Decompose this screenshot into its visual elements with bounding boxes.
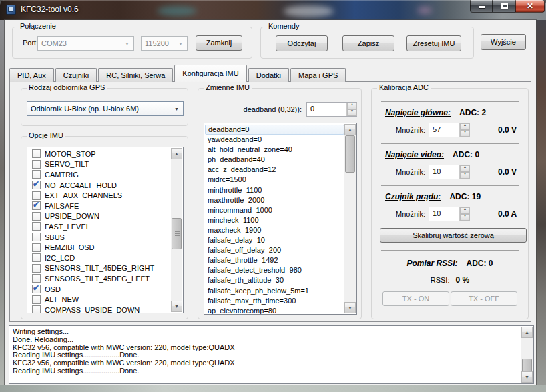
imu-var-item[interactable]: failsafe_detect_treshold=980 <box>205 265 344 275</box>
scroll-up-icon[interactable] <box>344 124 356 135</box>
imu-var-item[interactable]: failsafe_rth_altitude=30 <box>205 275 344 285</box>
checkbox-icon[interactable] <box>32 212 41 221</box>
imu-variables-scrollbar[interactable] <box>344 124 356 313</box>
adc-section: Czujnik prądu: ADC: 19 Mnożnik: 10 <box>380 185 520 221</box>
checkbox-icon[interactable] <box>32 191 41 200</box>
imu-option-row[interactable]: ALT_NEW <box>28 294 171 305</box>
imu-option-row[interactable]: NO_ACC4ALT_HOLD <box>28 180 171 191</box>
imu-option-row[interactable]: I2C_LCD <box>28 253 171 263</box>
rssi-value: 0 % <box>456 275 470 285</box>
scrollbar-thumb[interactable] <box>345 135 355 173</box>
imu-options-scrollbar[interactable] <box>171 148 182 312</box>
imu-option-label: UPSIDE_DOWN <box>45 212 99 220</box>
spin-down-icon[interactable] <box>460 172 470 179</box>
tab[interactable]: Czujniki <box>55 68 97 82</box>
log-output[interactable]: Writing settings... Done. Reloading... K… <box>9 325 534 384</box>
imu-var-item[interactable]: failsafe_keep_ph_below_5m=1 <box>205 286 344 296</box>
imu-var-item[interactable]: mincheck=1100 <box>205 215 344 225</box>
imu-option-row[interactable]: FAILSAFE <box>28 201 171 211</box>
tab[interactable]: Dodatki <box>248 68 289 82</box>
scroll-up-icon[interactable] <box>171 148 182 159</box>
checkbox-icon[interactable] <box>32 295 41 304</box>
imu-var-item[interactable]: maxcheck=1900 <box>205 225 344 235</box>
tab[interactable]: PID, Aux <box>9 68 54 82</box>
spin-down-icon[interactable] <box>460 214 470 221</box>
reset-imu-button[interactable]: Zresetuj IMU <box>406 35 461 51</box>
scroll-down-icon[interactable] <box>521 371 533 383</box>
tab[interactable]: RC, Silniki, Serwa <box>98 68 173 82</box>
scroll-down-icon[interactable] <box>344 302 356 313</box>
deadband-spinner[interactable]: 0 <box>306 102 357 117</box>
checkbox-icon[interactable] <box>32 274 41 283</box>
checkbox-icon[interactable] <box>32 253 41 262</box>
imu-option-row[interactable]: UPSIDE_DOWN <box>28 211 171 222</box>
log-line: Reading IMU settings..................Do… <box>13 367 520 375</box>
checkbox-icon[interactable] <box>32 233 41 241</box>
imu-option-row[interactable]: CAMTRIG <box>28 169 171 180</box>
imu-var-item[interactable]: deadband=0 <box>205 125 344 135</box>
checkbox-icon[interactable] <box>32 285 41 293</box>
imu-variables-list[interactable]: deadband=0 yawdeadband=0 alt_hold_neutra… <box>204 123 357 315</box>
imu-option-row[interactable]: REMZIBI_OSD <box>28 242 171 253</box>
spin-down-icon[interactable] <box>460 130 470 137</box>
disconnect-button[interactable]: Zamknij <box>196 35 242 51</box>
calibrate-zero-button[interactable]: Skalibruj wartość zerową <box>380 228 527 243</box>
imu-var-item[interactable]: alt_hold_neutral_zone=40 <box>205 145 344 155</box>
checkbox-icon[interactable] <box>32 305 41 313</box>
port-label: Port: <box>23 39 38 47</box>
scroll-down-icon[interactable] <box>171 301 182 312</box>
imu-var-item[interactable]: maxthrottle=2000 <box>205 195 344 205</box>
imu-option-row[interactable]: SENSORS_TILT_45DEG_RIGHT <box>28 263 171 274</box>
tab-page: Rodzaj odbiornika GPS Odbiornik U-Blox (… <box>9 81 531 322</box>
checkbox-icon[interactable] <box>32 264 41 273</box>
scrollbar-thumb[interactable] <box>522 359 532 372</box>
checkbox-icon[interactable] <box>32 149 41 158</box>
imu-var-item[interactable]: failsafe_off_delay=200 <box>205 245 344 255</box>
tab[interactable]: Konfiguracja IMU <box>174 65 246 82</box>
maximize-button[interactable] <box>493 0 515 13</box>
tab[interactable]: Mapa i GPS <box>290 68 346 82</box>
exit-button[interactable]: Wyjście <box>481 34 526 50</box>
minimize-button[interactable] <box>470 0 493 13</box>
imu-option-row[interactable]: MOTOR_STOP <box>28 149 171 159</box>
imu-var-item[interactable]: midrc=1500 <box>205 175 344 185</box>
imu-option-row[interactable]: SBUS <box>28 232 171 243</box>
checkbox-icon[interactable] <box>32 181 41 189</box>
titlebar[interactable]: KFC32-tool v0.6 ✕ <box>0 0 546 20</box>
read-button[interactable]: Odczytaj <box>276 35 328 51</box>
checkbox-icon[interactable] <box>32 201 41 210</box>
imu-var-item[interactable]: failsafe_max_rth_time=300 <box>205 296 344 306</box>
gps-receiver-combobox[interactable]: Odbiornik U-Blox (np. U-blox 6M) ▼ <box>27 101 184 116</box>
imu-var-item[interactable]: yawdeadband=0 <box>205 135 344 145</box>
checkbox-icon[interactable] <box>32 243 41 252</box>
imu-var-item[interactable]: acc_z_deadband=12 <box>205 165 344 175</box>
multiplier-spinner[interactable]: 10 <box>429 165 470 179</box>
imu-var-item[interactable]: ap_elevatorcomp=80 <box>205 306 344 315</box>
imu-option-row[interactable]: EXT_AUX_CHANNELS <box>28 190 171 201</box>
scrollbar-thumb[interactable] <box>172 218 182 249</box>
imu-option-label: ALT_NEW <box>45 295 79 303</box>
rssi-section: Pomiar RSSI: ADC: 0 RSSI: 0 % TX - ON TX… <box>380 259 520 306</box>
checkbox-icon[interactable] <box>32 170 41 179</box>
imu-option-row[interactable]: COMPASS_UPSIDE_DOWN <box>28 305 171 313</box>
imu-options-list[interactable]: MOTOR_STOP SERVO_TILT CAMTRIG <box>27 147 184 313</box>
write-button[interactable]: Zapisz <box>342 35 394 51</box>
multiplier-spinner[interactable]: 10 <box>429 207 470 221</box>
log-scrollbar[interactable] <box>521 327 533 383</box>
close-button[interactable]: ✕ <box>515 0 545 13</box>
imu-var-item[interactable]: minthrottle=1100 <box>205 185 344 195</box>
checkbox-icon[interactable] <box>32 222 41 231</box>
imu-var-item[interactable]: ph_deadband=40 <box>205 155 344 165</box>
imu-option-row[interactable]: SERVO_TILT <box>28 159 171 170</box>
multiplier-spinner[interactable]: 57 <box>429 123 470 137</box>
checkbox-icon[interactable] <box>32 160 41 169</box>
spin-down-icon[interactable] <box>347 109 357 116</box>
imu-var-item[interactable]: mincommand=1000 <box>205 205 344 215</box>
imu-var-item[interactable]: failsafe_throttle=1492 <box>205 255 344 265</box>
imu-option-row[interactable]: OSD <box>28 284 171 295</box>
scroll-up-icon[interactable] <box>521 327 533 338</box>
connection-group: Połączenie Port: COM23 ▼ 115200 ▼ Zamkni… <box>12 27 252 59</box>
imu-option-row[interactable]: FAST_LEVEL <box>28 221 171 232</box>
imu-var-item[interactable]: failsafe_delay=10 <box>205 235 344 245</box>
imu-option-row[interactable]: SENSORS_TILT_45DEG_LEFT <box>28 273 171 284</box>
